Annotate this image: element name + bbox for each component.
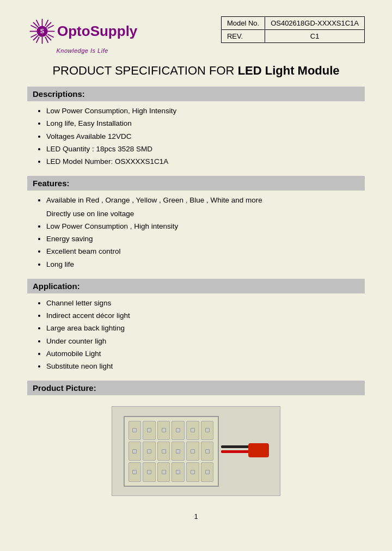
- descriptions-list: Low Power Consumption, High Intensity Lo…: [27, 106, 365, 167]
- list-item: Channel letter signs: [46, 298, 365, 309]
- features-list-2: Low Power Consumption , High intensity E…: [27, 221, 365, 270]
- svg-line-12: [45, 37, 48, 43]
- product-image-inner: [124, 416, 269, 487]
- led-cell: [128, 462, 142, 481]
- svg-line-14: [30, 34, 36, 38]
- svg-line-9: [45, 20, 48, 26]
- led-cell: [201, 421, 214, 440]
- product-image-container: [27, 406, 365, 496]
- application-section: Application: Channel letter signs Indire…: [27, 279, 365, 372]
- main-title: PRODUCT SPECIFICATION FOR LED Light Modu…: [27, 64, 365, 78]
- list-item: Low Power Consumption, High Intensity: [46, 106, 365, 117]
- list-item: LED Model Number: OSXXXXS1C1A: [46, 156, 365, 167]
- wire-black: [221, 445, 251, 448]
- logo-icon: S: [27, 16, 57, 46]
- led-cell: [171, 421, 185, 440]
- title-highlight: LED Light Module: [238, 64, 340, 77]
- feature-item1b: Directly use on line voltage: [27, 209, 365, 219]
- rev-value: C1: [265, 30, 365, 43]
- rev-label: REV.: [221, 30, 265, 43]
- product-picture-header: Product Picture:: [27, 381, 365, 395]
- svg-line-13: [36, 37, 40, 43]
- led-cell: [171, 462, 185, 481]
- connector-wrap: [248, 443, 269, 457]
- led-cell: [186, 421, 199, 440]
- list-item: Voltages Available 12VDC: [46, 131, 365, 142]
- list-item: Available in Red , Orange , Yellow , Gre…: [46, 195, 365, 206]
- list-item: Indirect accent décor light: [46, 310, 365, 321]
- features-section: Features: Available in Red , Orange , Ye…: [27, 176, 365, 270]
- list-item: Long life, Easy Installation: [46, 118, 365, 129]
- led-cell: [128, 421, 142, 440]
- wire-red: [221, 450, 251, 453]
- led-cell: [201, 442, 214, 461]
- svg-line-10: [48, 26, 54, 29]
- logo-area: S OptoSupply Knowledge Is Life: [27, 16, 137, 54]
- descriptions-header: Descriptions:: [27, 87, 365, 101]
- led-cell: [186, 462, 199, 481]
- model-value: OS402618GD-XXXXS1C1A: [265, 17, 365, 30]
- list-item: Large area back lighting: [46, 323, 365, 334]
- model-label: Model No.: [221, 17, 265, 30]
- product-image: [112, 406, 280, 496]
- tagline: Knowledge Is Life: [56, 47, 108, 54]
- led-cell: [157, 462, 170, 481]
- list-item: Long life: [46, 259, 365, 270]
- list-item: Excellent beam control: [46, 246, 365, 257]
- list-item: Low Power Consumption , High intensity: [46, 221, 365, 232]
- led-board: [124, 416, 219, 487]
- wire-connector-area: [221, 445, 269, 457]
- svg-line-15: [30, 26, 36, 29]
- led-cell: [143, 421, 156, 440]
- application-list: Channel letter signs Indirect accent déc…: [27, 298, 365, 372]
- led-cell: [128, 442, 142, 461]
- led-cell: [186, 442, 199, 461]
- list-item: Substitute neon light: [46, 361, 365, 372]
- feature-item1: Available in Red , Orange , Yellow , Gre…: [46, 196, 262, 204]
- features-list: Available in Red , Orange , Yellow , Gre…: [27, 195, 365, 206]
- application-header: Application:: [27, 279, 365, 293]
- list-item: Under counter ligh: [46, 336, 365, 347]
- led-cell: [157, 421, 170, 440]
- connector-plug: [248, 443, 269, 457]
- model-info-table: Model No. OS402618GD-XXXXS1C1A REV. C1: [221, 16, 365, 43]
- list-item: Automobile Light: [46, 348, 365, 359]
- title-prefix: PRODUCT SPECIFICATION FOR: [52, 64, 237, 77]
- list-item: LED Quantity : 18pcs 3528 SMD: [46, 144, 365, 155]
- features-header: Features:: [27, 176, 365, 191]
- led-cell: [143, 442, 156, 461]
- brand-name: OptoSupply: [57, 23, 137, 40]
- descriptions-section: Descriptions: Low Power Consumption, Hig…: [27, 87, 365, 167]
- led-cell: [143, 462, 156, 481]
- logo-graphic: S OptoSupply: [27, 16, 137, 46]
- list-item: Energy saving: [46, 234, 365, 244]
- svg-line-11: [48, 34, 54, 38]
- led-cell: [201, 462, 214, 481]
- page-header: S OptoSupply Knowledge Is Life Model No.…: [27, 16, 365, 54]
- page-number: 1: [27, 512, 365, 521]
- led-cell: [171, 442, 185, 461]
- led-cell: [157, 442, 170, 461]
- svg-line-8: [36, 20, 40, 26]
- product-picture-section: Product Picture:: [27, 381, 365, 496]
- svg-text:S: S: [40, 28, 44, 34]
